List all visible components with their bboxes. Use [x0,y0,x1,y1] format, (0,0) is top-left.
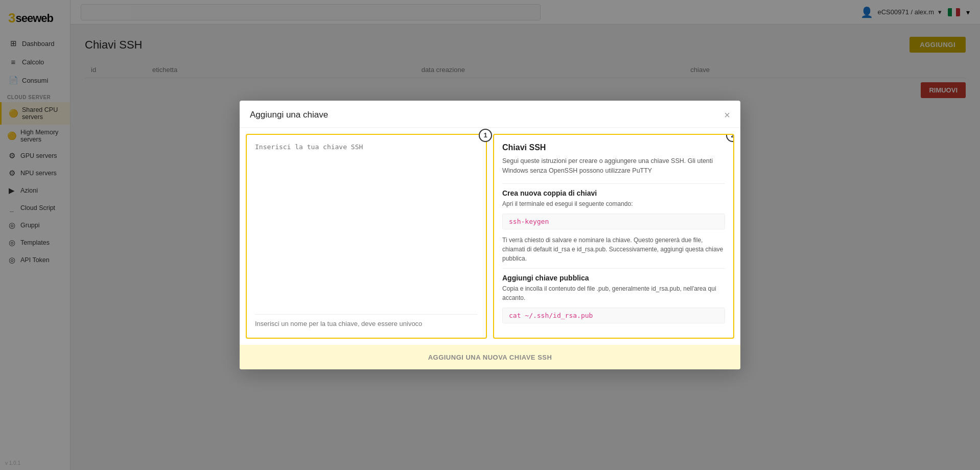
modal: Aggiungi una chiave × 1 2 Chiavi SSH Seg… [240,101,740,370]
step-1-badge: 1 [479,129,492,142]
section2-title: Aggiungi chiave pubblica [502,274,725,282]
modal-right-panel: 2 Chiavi SSH Segui queste istruzioni per… [493,134,734,339]
key-name-input[interactable] [255,314,478,330]
code-cat-rsa: cat ~/.ssh/id_rsa.pub [502,308,725,323]
modal-close-button[interactable]: × [724,110,730,120]
right-panel-description: Segui queste istruzioni per creare o agg… [502,156,725,176]
add-ssh-button[interactable]: AGGIUNGI UNA NUOVA CHIAVE SSH [248,354,732,361]
right-panel-title: Chiavi SSH [502,143,725,152]
divider-2 [502,268,725,269]
section1-title: Crea nuova coppia di chiavi [502,189,725,197]
modal-header: Aggiungi una chiave × [240,101,740,128]
modal-title: Aggiungi una chiave [250,110,328,120]
ssh-key-textarea[interactable] [255,143,478,311]
modal-left-panel: 1 [246,134,487,339]
divider-1 [502,183,725,184]
step-2-badge: 2 [726,134,734,142]
section1-desc: Apri il terminale ed esegui il seguente … [502,199,725,208]
modal-footer: AGGIUNGI UNA NUOVA CHIAVE SSH [240,345,740,369]
section2-desc: Copia e incolla il contenuto del file .p… [502,284,725,302]
modal-overlay[interactable]: Aggiungi una chiave × 1 2 Chiavi SSH Seg… [0,0,980,470]
modal-body: 1 2 Chiavi SSH Segui queste istruzioni p… [240,128,740,345]
section1-extra: Ti verrà chiesto di salvare e nominare l… [502,236,725,263]
code-ssh-keygen: ssh-keygen [502,214,725,229]
